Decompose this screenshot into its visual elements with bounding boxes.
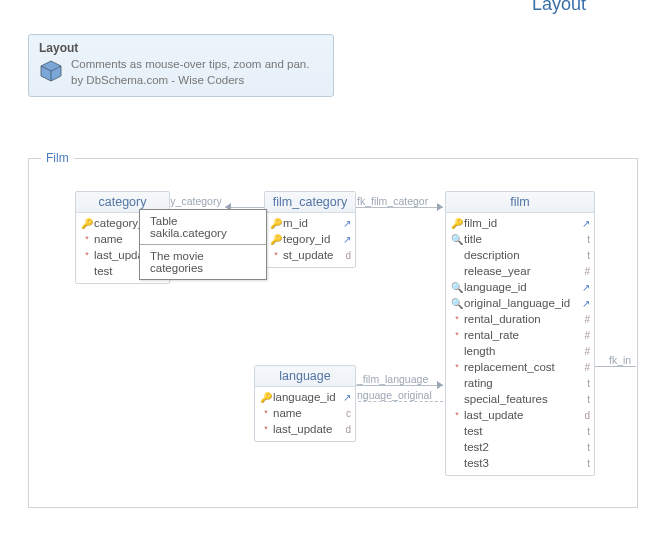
column-row[interactable]: ratingt (450, 375, 590, 391)
type-mark: # (578, 266, 590, 277)
column-name: replacement_cost (464, 361, 578, 373)
type-mark: t (578, 378, 590, 389)
type-mark: t (578, 442, 590, 453)
tooltip: Table sakila.category The movie categori… (139, 209, 267, 280)
table-header[interactable]: language (255, 366, 355, 387)
column-row[interactable]: length# (450, 343, 590, 359)
type-mark: ↗ (339, 218, 351, 229)
type-mark: t (578, 458, 590, 469)
column-name: m_id (283, 217, 339, 229)
column-row[interactable]: 🔑language_id↗ (259, 389, 351, 405)
column-name: st_update (283, 249, 339, 261)
type-mark: ↗ (339, 234, 351, 245)
key-icon: 🔑 (259, 392, 273, 403)
column-name: description (464, 249, 578, 261)
type-mark: d (339, 250, 351, 261)
fk-line (353, 401, 443, 402)
star-icon: * (450, 410, 464, 420)
fk-label: fk_in (609, 354, 631, 366)
table-body: 🔑film_id↗🔍titlet descriptiont release_ye… (446, 213, 594, 475)
key-icon: 🔑 (269, 234, 283, 245)
table-film[interactable]: film 🔑film_id↗🔍titlet descriptiont relea… (445, 191, 595, 476)
column-name: rating (464, 377, 578, 389)
column-name: name (273, 407, 339, 419)
type-mark: ↗ (339, 392, 351, 403)
type-mark: # (578, 346, 590, 357)
type-mark: # (578, 330, 590, 341)
star-icon: * (450, 330, 464, 340)
info-text: Comments as mouse-over tips, zoom and pa… (71, 57, 309, 88)
fk-label: ory_category (161, 195, 222, 207)
info-title: Layout (39, 41, 323, 55)
column-row[interactable]: *rental_duration# (450, 311, 590, 327)
star-icon: * (80, 234, 94, 244)
table-header[interactable]: film_category (265, 192, 355, 213)
star-icon: * (80, 250, 94, 260)
column-row[interactable]: 🔍language_id↗ (450, 279, 590, 295)
search-icon: 🔍 (450, 234, 464, 245)
type-mark: ↗ (578, 282, 590, 293)
tooltip-body: The movie categories (140, 245, 266, 279)
star-icon: * (269, 250, 283, 260)
diagram-canvas[interactable]: Film ory_category fk_film_categor _film_… (28, 158, 638, 508)
column-row[interactable]: *last_updated (450, 407, 590, 423)
column-row[interactable]: 🔍titlet (450, 231, 590, 247)
column-row[interactable]: special_featurest (450, 391, 590, 407)
table-header[interactable]: film (446, 192, 594, 213)
type-mark: c (339, 408, 351, 419)
column-row[interactable]: *namec (259, 405, 351, 421)
fk-line (353, 385, 443, 386)
column-name: film_id (464, 217, 578, 229)
column-name: tegory_id (283, 233, 339, 245)
column-row[interactable]: release_year# (450, 263, 590, 279)
table-body: 🔑language_id↗*namec*last_updated (255, 387, 355, 441)
type-mark: t (578, 234, 590, 245)
column-row[interactable]: 🔑tegory_id↗ (269, 231, 351, 247)
type-mark: t (578, 426, 590, 437)
column-row[interactable]: test3t (450, 455, 590, 471)
column-row[interactable]: 🔑m_id↗ (269, 215, 351, 231)
info-panel: Layout Comments as mouse-over tips, zoom… (28, 34, 334, 97)
star-icon: * (259, 408, 273, 418)
type-mark: # (578, 314, 590, 325)
table-body: 🔑m_id↗🔑tegory_id↗*st_updated (265, 213, 355, 267)
column-name: special_features (464, 393, 578, 405)
cube-icon (39, 59, 63, 83)
page-title: Layout (532, 0, 586, 15)
type-mark: ↗ (578, 218, 590, 229)
info-line2: by DbSchema.com - Wise Coders (71, 73, 309, 89)
column-row[interactable]: *st_updated (269, 247, 351, 263)
arrow-icon (437, 203, 443, 211)
column-row[interactable]: *rental_rate# (450, 327, 590, 343)
key-icon: 🔑 (269, 218, 283, 229)
column-name: language_id (273, 391, 339, 403)
column-row[interactable]: testt (450, 423, 590, 439)
column-row[interactable]: 🔍original_language_id↗ (450, 295, 590, 311)
table-language[interactable]: language 🔑language_id↗*namec*last_update… (254, 365, 356, 442)
info-line1: Comments as mouse-over tips, zoom and pa… (71, 57, 309, 73)
canvas-label: Film (41, 151, 74, 165)
fk-line (225, 207, 265, 208)
search-icon: 🔍 (450, 282, 464, 293)
type-mark: ↗ (578, 298, 590, 309)
fk-line (353, 207, 443, 208)
fk-label: _film_language (357, 373, 428, 385)
type-mark: # (578, 362, 590, 373)
column-row[interactable]: test2t (450, 439, 590, 455)
column-name: language_id (464, 281, 578, 293)
column-name: test3 (464, 457, 578, 469)
type-mark: d (339, 424, 351, 435)
column-row[interactable]: descriptiont (450, 247, 590, 263)
column-name: rental_rate (464, 329, 578, 341)
column-name: length (464, 345, 578, 357)
column-row[interactable]: 🔑film_id↗ (450, 215, 590, 231)
column-row[interactable]: *replacement_cost# (450, 359, 590, 375)
table-film-category[interactable]: film_category 🔑m_id↗🔑tegory_id↗*st_updat… (264, 191, 356, 268)
column-row[interactable]: *last_updated (259, 421, 351, 437)
column-name: test (464, 425, 578, 437)
key-icon: 🔑 (80, 218, 94, 229)
search-icon: 🔍 (450, 298, 464, 309)
column-name: rental_duration (464, 313, 578, 325)
column-name: last_update (273, 423, 339, 435)
column-name: title (464, 233, 578, 245)
